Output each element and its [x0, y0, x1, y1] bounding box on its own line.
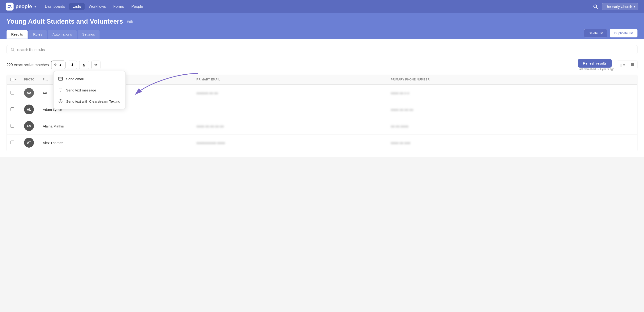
dropdown-send-text-label: Send text message: [66, 88, 96, 92]
clearstream-icon: [58, 99, 63, 104]
email-column-header: Primary Email: [193, 75, 387, 84]
delete-list-button[interactable]: Delete list: [584, 29, 607, 38]
row-3-email: ●●●● ●● ●● ●● ●●: [193, 118, 387, 135]
row-3-phone: ●● ●● ●●●●: [387, 118, 637, 135]
columns-icon: |||: [620, 63, 622, 67]
row-4-checkbox-cell: [7, 135, 20, 151]
search-icon: [10, 48, 15, 52]
search-input[interactable]: [17, 48, 634, 52]
view-toggle-group: ||| ▾: [617, 61, 638, 69]
sub-header: Young Adult Students and Volunteers Edit…: [0, 13, 644, 39]
row-3-name[interactable]: Alaina Mathis: [39, 118, 193, 135]
nav-people[interactable]: People: [128, 3, 146, 10]
svg-point-4: [11, 48, 14, 51]
refresh-results-button[interactable]: Refresh results: [578, 59, 612, 68]
matches-count: 229 exact active matches: [6, 63, 49, 67]
dropdown-send-email-label: Send email: [66, 77, 84, 81]
phone-column-header: Primary Phone Number: [387, 75, 637, 84]
svg-point-2: [594, 5, 597, 8]
app-logo[interactable]: people ▾: [6, 3, 36, 11]
edit-icon: ✏: [94, 63, 98, 67]
row-3-email-blurred: ●●●● ●● ●● ●● ●●: [196, 124, 224, 128]
org-chevron-icon: ▾: [634, 5, 635, 9]
tab-results[interactable]: Results: [6, 30, 28, 39]
edit-link[interactable]: Edit: [127, 20, 133, 24]
send-chevron-icon: ▲: [59, 63, 62, 67]
main-content: 229 exact active matches ✈ ▲ ⬇ 🖨 ✏: [0, 39, 644, 157]
row-4-email: ●●●●●●●●●● ●●●●: [193, 135, 387, 151]
tabs-row: Results Rules Automations Settings Delet…: [6, 29, 638, 39]
send-icon: ✈: [54, 63, 57, 67]
tab-rules[interactable]: Rules: [28, 30, 47, 39]
phone-icon: [58, 88, 63, 92]
search-bar: [6, 45, 638, 54]
download-button[interactable]: ⬇: [68, 61, 77, 69]
row-2-avatar: AL: [24, 105, 34, 114]
row-4-phone-blurred: ●●●● ●● ●●●: [391, 141, 410, 145]
row-1-avatar: AA: [24, 88, 34, 98]
refresh-section: Refresh results Last refreshed: ~ 4 year…: [578, 59, 614, 71]
table-row: AT Alex Thomas ●●●●●●●●●● ●●●● ●●●● ●● ●…: [7, 135, 637, 151]
nav-right: The Early Church ▾: [592, 3, 638, 10]
list-view-button[interactable]: [628, 61, 637, 69]
dropdown-send-email[interactable]: Send email: [54, 73, 126, 84]
toolbar-left: 229 exact active matches ✈ ▲ ⬇ 🖨 ✏: [6, 61, 100, 69]
org-name: The Early Church: [605, 5, 632, 9]
row-1-checkbox[interactable]: [10, 91, 14, 95]
nav-forms[interactable]: Forms: [110, 3, 127, 10]
edit-fields-button[interactable]: ✏: [91, 61, 100, 69]
row-2-checkbox[interactable]: [10, 107, 14, 111]
send-action-button[interactable]: ✈ ▲: [52, 61, 66, 69]
row-3-phone-blurred: ●● ●● ●●●●: [391, 124, 408, 128]
row-3-checkbox-cell: [7, 118, 20, 135]
app-chevron-icon: ▾: [34, 5, 36, 9]
row-2-email: [193, 101, 387, 118]
row-4-phone: ●●●● ●● ●●●: [387, 135, 637, 151]
dropdown-send-clearstream[interactable]: Send text with Clearstream Texting: [54, 96, 126, 107]
tab-settings[interactable]: Settings: [78, 30, 100, 39]
nav-dashboards[interactable]: Dashboards: [42, 3, 68, 10]
row-1-phone-blurred: ●●●● ●● ● ●: [391, 91, 409, 95]
row-2-phone-blurred: ●●●● ●● ●● ●●: [391, 108, 413, 112]
svg-point-10: [60, 101, 61, 102]
tab-actions: Delete list Duplicate list: [584, 29, 638, 39]
row-1-phone: ●●●● ●● ● ●: [387, 84, 637, 101]
row-3-checkbox[interactable]: [10, 124, 14, 128]
row-4-avatar: AT: [24, 138, 34, 148]
photo-column-header: Photo: [20, 75, 39, 84]
row-3-photo: AM: [20, 118, 39, 135]
send-action-group: ✈ ▲: [51, 61, 66, 69]
row-4-email-blurred: ●●●●●●●●●● ●●●●: [196, 141, 225, 145]
app-name: people: [16, 4, 32, 10]
duplicate-list-button[interactable]: Duplicate list: [610, 29, 638, 38]
columns-view-button[interactable]: ||| ▾: [617, 61, 628, 69]
search-button[interactable]: [592, 3, 599, 10]
page-title-row: Young Adult Students and Volunteers Edit: [6, 18, 638, 25]
select-all-checkbox[interactable]: [10, 78, 14, 81]
print-icon: 🖨: [82, 63, 86, 67]
dropdown-send-text[interactable]: Send text message: [54, 84, 126, 96]
select-all-dropdown[interactable]: ▾: [15, 78, 16, 81]
svg-point-9: [59, 100, 62, 103]
row-2-checkbox-cell: [7, 101, 20, 118]
refresh-info: Last refreshed: ~ 4 years ago: [578, 68, 614, 71]
row-3-avatar: AM: [24, 121, 34, 131]
top-navigation: people ▾ Dashboards Lists Workflows Form…: [0, 0, 644, 13]
row-1-email-blurred: ●●●●●● ●● ●●: [196, 91, 218, 95]
list-icon: [631, 63, 634, 67]
svg-point-0: [8, 5, 10, 6]
row-2-phone: ●●●● ●● ●● ●●: [387, 101, 637, 118]
dropdown-clearstream-label: Send text with Clearstream Texting: [66, 99, 120, 103]
nav-workflows[interactable]: Workflows: [86, 3, 109, 10]
row-4-name[interactable]: Alex Thomas: [39, 135, 193, 151]
tab-automations[interactable]: Automations: [48, 30, 76, 39]
nav-lists[interactable]: Lists: [69, 3, 84, 10]
row-1-email: ●●●●●● ●● ●●: [193, 84, 387, 101]
email-icon: [58, 77, 63, 81]
table-row: AM Alaina Mathis ●●●● ●● ●● ●● ●● ●● ●● …: [7, 118, 637, 135]
select-all-column: ▾: [7, 75, 20, 84]
row-4-checkbox[interactable]: [10, 141, 14, 144]
svg-line-5: [13, 50, 14, 51]
org-selector[interactable]: The Early Church ▾: [602, 3, 638, 10]
print-button[interactable]: 🖨: [79, 61, 89, 69]
